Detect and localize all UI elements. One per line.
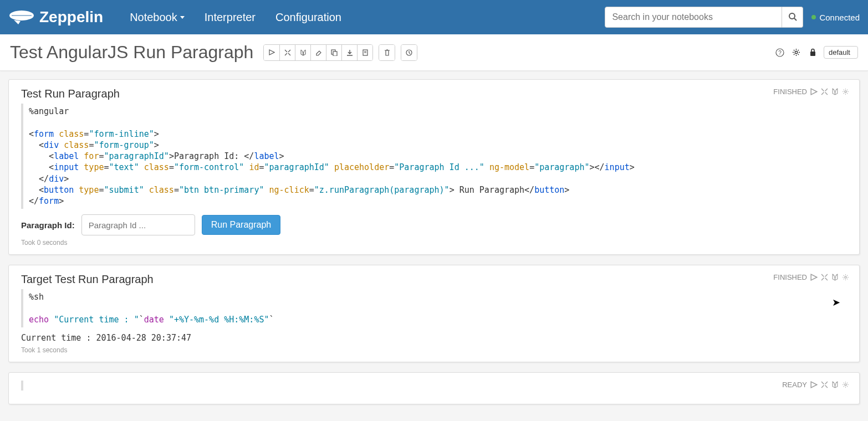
lock-icon <box>809 48 816 57</box>
paragraph-footer: Took 1 seconds <box>21 346 847 354</box>
paragraph-output: Current time : 2016-04-28 20:37:47 <box>21 333 847 343</box>
chevron-down-icon <box>180 16 185 19</box>
trash-icon <box>384 49 390 56</box>
hide-output-button[interactable] <box>831 274 839 281</box>
notebook-content: FINISHED Test Run Paragraph %angular <fo… <box>0 71 868 421</box>
paragraph-status: READY <box>782 381 807 389</box>
delete-notebook-button[interactable] <box>379 45 395 60</box>
rendered-form: Paragraph Id: Run Paragraph <box>21 214 847 235</box>
interpreter-binding-button[interactable] <box>790 47 803 59</box>
hide-output-button[interactable] <box>831 88 839 95</box>
hide-output-button[interactable] <box>295 45 310 60</box>
svg-marker-15 <box>811 89 817 95</box>
code-editor[interactable]: %angular <form class="form-inline"> <div… <box>21 104 847 209</box>
play-icon <box>269 49 275 55</box>
svg-point-13 <box>795 51 798 53</box>
scheduler-button[interactable] <box>401 45 417 60</box>
nav-interpreter[interactable]: Interpreter <box>195 11 265 24</box>
help-button[interactable]: ? <box>774 47 786 59</box>
search-button[interactable] <box>782 7 803 28</box>
run-paragraph-button[interactable] <box>810 274 818 281</box>
paragraph-settings-button[interactable] <box>842 88 849 95</box>
download-icon <box>346 49 353 56</box>
view-mode-select[interactable]: default <box>824 46 858 59</box>
brand-text: Zeppelin <box>39 8 103 26</box>
run-paragraph-button[interactable]: Run Paragraph <box>202 215 281 235</box>
connection-status: Connected <box>811 13 860 22</box>
notebook-toolbar-group-2 <box>379 44 395 61</box>
paragraph-title[interactable]: Test Run Paragraph <box>21 88 847 100</box>
svg-text:?: ? <box>778 50 782 56</box>
hide-editor-button[interactable] <box>821 274 828 281</box>
collapse-icon <box>284 49 291 56</box>
paragraph-settings-button[interactable] <box>842 274 849 281</box>
paragraph-title[interactable]: Target Test Run Paragraph <box>21 273 847 286</box>
paragraph-settings-button[interactable] <box>842 381 849 388</box>
paragraph-footer: Took 0 seconds <box>21 239 847 247</box>
notebook-toolbar-group-3 <box>401 44 417 61</box>
hide-editor-button[interactable] <box>821 88 828 95</box>
notebook-toolbar-group-1 <box>263 44 373 61</box>
run-paragraph-button[interactable] <box>810 381 818 388</box>
svg-point-18 <box>845 276 846 278</box>
hide-code-button[interactable] <box>279 45 295 60</box>
zeppelin-logo[interactable]: Zeppelin <box>8 8 103 26</box>
zeppelin-icon <box>8 9 35 25</box>
notebook-title[interactable]: Test AngularJS Run Paragraph <box>10 42 253 63</box>
permissions-button[interactable] <box>807 47 819 59</box>
nav-configuration[interactable]: Configuration <box>265 11 351 24</box>
run-all-button[interactable] <box>264 45 279 60</box>
export-button[interactable] <box>341 45 357 60</box>
eraser-icon <box>315 49 322 56</box>
paragraph-3: READY <box>8 372 860 404</box>
paragraph-controls: FINISHED <box>773 88 849 96</box>
paragraph-id-label: Paragraph Id: <box>21 220 75 230</box>
doc-icon <box>362 49 369 56</box>
hide-output-button[interactable] <box>831 381 839 388</box>
nav-notebook-label: Notebook <box>130 11 177 24</box>
notebook-title-bar: Test AngularJS Run Paragraph ? default <box>0 34 868 71</box>
hide-editor-button[interactable] <box>821 381 828 388</box>
svg-marker-19 <box>811 382 817 388</box>
clear-output-button[interactable] <box>310 45 326 60</box>
clone-button[interactable] <box>326 45 341 60</box>
search-input[interactable] <box>605 7 782 28</box>
status-dot-icon <box>811 15 816 19</box>
svg-marker-4 <box>269 50 274 55</box>
gear-icon <box>792 48 800 57</box>
copy-icon <box>331 49 338 56</box>
code-editor[interactable] <box>21 381 847 391</box>
svg-point-16 <box>845 91 846 93</box>
help-icon: ? <box>775 48 784 57</box>
version-control-button[interactable] <box>357 45 372 60</box>
paragraph-status: FINISHED <box>773 273 807 281</box>
svg-rect-6 <box>333 52 337 56</box>
paragraph-1: FINISHED Test Run Paragraph %angular <fo… <box>8 79 860 255</box>
svg-point-20 <box>845 384 846 386</box>
nav-notebook[interactable]: Notebook <box>120 11 195 24</box>
view-mode-label: default <box>829 48 850 57</box>
paragraph-controls: FINISHED <box>773 273 849 281</box>
svg-marker-17 <box>811 274 817 280</box>
search-icon <box>788 12 797 21</box>
status-text: Connected <box>819 13 860 22</box>
run-paragraph-button[interactable] <box>810 88 818 95</box>
search-box <box>605 7 803 28</box>
paragraph-2: FINISHED Target Test Run Paragraph %sh e… <box>8 265 860 362</box>
svg-rect-14 <box>810 52 815 56</box>
clock-icon <box>406 49 412 56</box>
paragraph-status: FINISHED <box>773 88 807 96</box>
svg-line-3 <box>794 18 796 20</box>
svg-point-2 <box>789 13 795 19</box>
navbar: Zeppelin Notebook Interpreter Configurat… <box>0 0 868 34</box>
book-icon <box>300 49 307 56</box>
paragraph-controls: READY <box>782 381 849 389</box>
code-editor[interactable]: %sh echo "Current time : "`date "+%Y-%m-… <box>21 289 847 327</box>
paragraph-id-input[interactable] <box>81 214 195 235</box>
